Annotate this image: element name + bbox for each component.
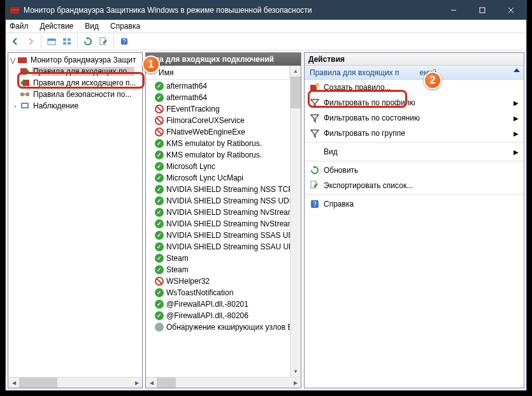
scrollbar-left-button[interactable]: ◀ — [8, 378, 19, 388]
body-area: ⋁ Монитор брандмауэра Защит Правила для … — [6, 50, 526, 390]
rule-row[interactable]: ✓Steam — [146, 253, 290, 264]
rule-row[interactable]: Обнаружение кэширующих узлов Bra... — [146, 321, 290, 333]
actions-header: Действия — [305, 53, 524, 66]
allow-icon: ✓ — [155, 185, 164, 194]
close-button[interactable] — [496, 1, 525, 20]
inbound-rules-icon — [20, 66, 30, 77]
scrollbar-up-button[interactable]: ▲ — [291, 66, 301, 77]
svg-rect-11 — [63, 42, 66, 45]
rule-name: NVIDIA SHIELD Streaming NSS UDP Exce — [166, 196, 290, 205]
action-new-rule-label: Создать правило... — [324, 83, 391, 92]
toolbar-separator — [41, 34, 41, 48]
action-refresh[interactable]: Обновить — [305, 163, 524, 178]
submenu-arrow-icon: ▶ — [514, 99, 519, 106]
action-filter-group[interactable]: Фильтровать по группе ▶ — [305, 126, 524, 141]
scrollbar-thumb[interactable] — [157, 378, 176, 388]
tree-pane: ⋁ Монитор брандмауэра Защит Правила для … — [8, 52, 143, 388]
action-refresh-label: Обновить — [324, 166, 358, 175]
toolbar-forward-button[interactable] — [24, 34, 38, 48]
expander-icon[interactable]: ⋁ — [8, 57, 17, 64]
center-h-scrollbar[interactable]: ◀ ▶ — [146, 377, 301, 388]
tree-root[interactable]: ⋁ Монитор брандмауэра Защит — [8, 54, 142, 66]
column-header-row: Имя — [146, 66, 290, 80]
tree-outbound-rules[interactable]: Правила для исходящего п... — [8, 77, 142, 89]
maximize-button[interactable] — [468, 1, 496, 20]
allow-icon: ✓ — [155, 242, 164, 251]
toolbar-back-button[interactable] — [8, 34, 22, 48]
rule-row[interactable]: ✓Microsoft Lync UcMapi — [146, 172, 290, 184]
firewall-icon — [10, 5, 20, 15]
rule-row[interactable]: ✓Steam — [146, 264, 290, 275]
action-help-label: Справка — [324, 200, 354, 209]
rule-row[interactable]: ✓NVIDIA SHIELD Streaming SSAS UDP Exc... — [146, 230, 290, 241]
column-header-icon[interactable] — [146, 66, 155, 79]
scrollbar-track[interactable] — [157, 378, 290, 388]
rule-name: WSHelper32 — [166, 277, 210, 286]
rule-row[interactable]: ✓aftermath64 — [146, 92, 290, 103]
action-view[interactable]: Вид ▶ — [305, 144, 524, 159]
app-window: Монитор брандмауэра Защитника Windows в … — [5, 0, 527, 391]
svg-rect-1 — [10, 7, 19, 9]
tree-monitoring[interactable]: › Наблюдение — [8, 100, 142, 112]
svg-rect-10 — [68, 38, 71, 41]
action-divider — [305, 194, 524, 195]
actions-section-title[interactable]: Правила для входящих п XXXX ений — [305, 66, 524, 80]
rule-row[interactable]: ✓NVIDIA SHIELD Streaming SSAU UDP Exc — [146, 241, 290, 253]
rule-name: NVIDIA SHIELD Streaming NvStreamer TC — [166, 208, 290, 217]
block-icon — [155, 105, 164, 114]
scrollbar-right-button[interactable]: ▶ — [131, 378, 142, 388]
rule-row[interactable]: ✓NVIDIA SHIELD Streaming NSS TCP Excep — [146, 184, 290, 195]
scrollbar-right-button[interactable]: ▶ — [290, 378, 301, 388]
rule-name: Steam — [166, 254, 189, 263]
svg-rect-4 — [480, 8, 485, 13]
rule-row[interactable]: ✓@FirewallAPI.dll,-80201 — [146, 298, 290, 310]
submenu-arrow-icon: ▶ — [514, 130, 519, 137]
menu-action[interactable]: Действие — [40, 22, 74, 31]
rule-row[interactable]: ✓@FirewallAPI.dll,-80206 — [146, 310, 290, 321]
expander-icon[interactable]: › — [11, 103, 20, 110]
action-divider — [305, 142, 524, 143]
action-filter-state[interactable]: Фильтровать по состоянию ▶ — [305, 110, 524, 126]
center-v-scrollbar[interactable]: ▲ ▼ — [290, 66, 301, 377]
rule-row[interactable]: FEventTracking — [146, 103, 290, 115]
rule-name: NVIDIA SHIELD Streaming SSAU UDP Exc — [166, 242, 290, 251]
rule-row[interactable]: ✓aftermath64 — [146, 80, 290, 92]
rule-row[interactable]: ✓KMS emulator by Ratiborus. — [146, 138, 290, 149]
rule-row[interactable]: ✓NVIDIA SHIELD Streaming NvStreamer TC — [146, 207, 290, 218]
scrollbar-thumb[interactable] — [291, 77, 301, 108]
menu-help[interactable]: Справка — [110, 22, 140, 31]
rule-row[interactable]: ✓WsToastNotification — [146, 287, 290, 298]
filter-icon — [310, 128, 320, 138]
toolbar-help-button[interactable]: ? — [117, 34, 131, 48]
action-filter-group-label: Фильтровать по группе — [324, 129, 405, 138]
action-export[interactable]: Экспортировать список... — [305, 178, 524, 193]
toolbar-list-button[interactable] — [60, 34, 74, 48]
toolbar: ? — [6, 33, 526, 50]
minimize-button[interactable] — [439, 1, 468, 20]
rule-row[interactable]: WSHelper32 — [146, 275, 290, 287]
action-new-rule[interactable]: Создать правило... — [305, 80, 524, 95]
rule-row[interactable]: FilmoraCoreUXService — [146, 115, 290, 126]
scrollbar-left-button[interactable]: ◀ — [146, 378, 157, 388]
column-header-name[interactable]: Имя — [155, 66, 290, 79]
scrollbar-down-button[interactable]: ▼ — [291, 366, 301, 377]
rule-row[interactable]: ✓NVIDIA SHIELD Streaming NvStreamer U... — [146, 218, 290, 230]
scrollbar-track[interactable] — [19, 378, 131, 388]
tree-inbound-rules[interactable]: Правила для входящих по... — [8, 66, 142, 77]
toolbar-up-button[interactable] — [45, 34, 59, 48]
menu-file[interactable]: Файл — [10, 22, 29, 31]
action-help[interactable]: ? Справка — [305, 196, 524, 212]
toolbar-refresh-button[interactable] — [81, 34, 95, 48]
tree-h-scrollbar[interactable]: ◀ ▶ — [8, 377, 142, 388]
toolbar-export-button[interactable] — [96, 34, 110, 48]
monitoring-icon — [20, 101, 30, 111]
scrollbar-thumb[interactable] — [19, 378, 57, 388]
action-filter-profile[interactable]: Фильтровать по профилю ▶ — [305, 95, 524, 110]
tree-connection-security[interactable]: Правила безопасности по... — [8, 89, 142, 100]
rule-row[interactable]: ✓Microsoft Lync — [146, 161, 290, 172]
rule-row[interactable]: FNativeWebEngineExe — [146, 126, 290, 138]
rule-row[interactable]: ✓KMS emulator by Ratiborus. — [146, 149, 290, 161]
menu-view[interactable]: Вид — [85, 22, 99, 31]
svg-text:?: ? — [313, 201, 317, 208]
rule-row[interactable]: ✓NVIDIA SHIELD Streaming NSS UDP Exce — [146, 195, 290, 207]
